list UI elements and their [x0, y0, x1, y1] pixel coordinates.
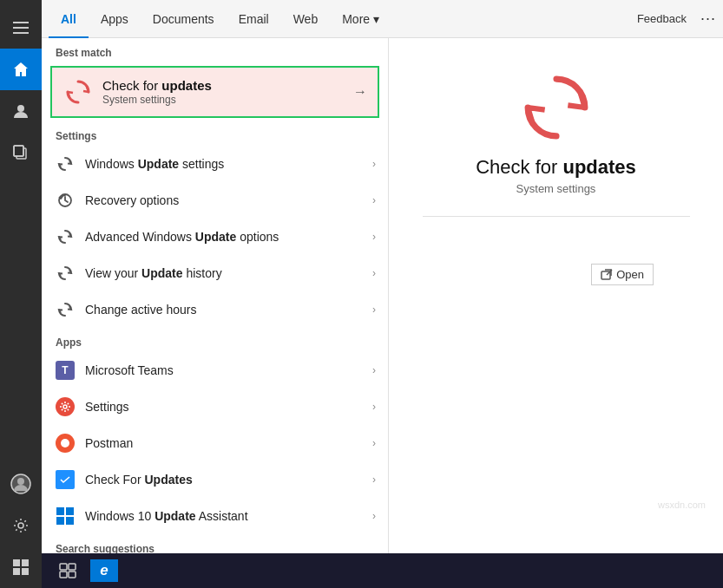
best-match-subtitle: System settings: [102, 94, 367, 106]
chevron-icon: ›: [372, 267, 376, 279]
settings-app-item-text: Settings: [76, 400, 372, 414]
svg-rect-13: [22, 568, 29, 575]
svg-rect-18: [66, 507, 74, 515]
suggestions-section-label: Search suggestions: [42, 534, 388, 553]
results-panel: Best match Check for updates System sett…: [42, 38, 723, 553]
tab-documents[interactable]: Documents: [141, 0, 227, 38]
chevron-icon: ›: [372, 194, 376, 206]
best-match-label: Best match: [42, 38, 388, 62]
svg-rect-20: [66, 517, 74, 525]
chevron-icon: ›: [372, 158, 376, 170]
sync-icon: [54, 153, 76, 175]
preview-divider: [423, 216, 690, 217]
chevron-icon: ›: [372, 474, 376, 486]
sidebar-copy-icon[interactable]: [0, 132, 42, 173]
taskbar-edge-icon[interactable]: e: [90, 559, 118, 582]
tab-all[interactable]: All: [49, 0, 89, 38]
sidebar-avatar-icon[interactable]: [0, 463, 42, 505]
sidebar-gear-icon[interactable]: [0, 505, 42, 546]
win10-item-text: Windows 10 Update Assistant: [76, 509, 372, 523]
tab-apps[interactable]: Apps: [89, 0, 141, 38]
history-icon: [54, 189, 76, 212]
settings-app-icon: [54, 395, 76, 418]
tabs-more-dots[interactable]: ···: [700, 10, 716, 28]
taskbar-switch-icon[interactable]: [56, 559, 80, 583]
sidebar-windows-icon[interactable]: [0, 546, 42, 588]
app-item-win10-assistant[interactable]: Windows 10 Update Assistant ›: [42, 498, 388, 534]
teams-app-icon: T: [54, 359, 76, 382]
best-match-title: Check for updates: [102, 78, 367, 93]
chevron-icon: ›: [372, 437, 376, 449]
settings-item-advanced[interactable]: Advanced Windows Update options ›: [42, 219, 388, 255]
svg-rect-2: [13, 32, 29, 34]
chevron-icon: ›: [372, 231, 376, 243]
taskbar: e: [42, 553, 723, 588]
apps-section-label: Apps: [42, 328, 388, 352]
active-hours-item-text: Change active hours: [76, 303, 372, 317]
win10-app-icon: [54, 505, 76, 527]
tab-web[interactable]: Web: [281, 0, 331, 38]
preview-subtitle: System settings: [516, 182, 596, 195]
advanced-item-text: Advanced Windows Update options: [76, 230, 372, 244]
svg-rect-29: [69, 572, 76, 578]
preview-title: Check for updates: [476, 156, 636, 179]
checkforupdates-item-text: Check For Updates: [76, 473, 372, 487]
checkforupdates-app-icon: [54, 468, 76, 491]
settings-item-history[interactable]: View your Update history ›: [42, 255, 388, 291]
chevron-icon: ›: [372, 510, 376, 522]
postman-app-icon: [54, 432, 76, 454]
svg-rect-28: [60, 572, 67, 578]
preview-panel: Check for updates System settings Open w…: [389, 38, 723, 553]
tab-email[interactable]: Email: [227, 0, 281, 38]
svg-rect-26: [60, 564, 67, 570]
app-item-settings[interactable]: Settings ›: [42, 389, 388, 425]
watermark: wsxdn.com: [658, 500, 706, 510]
feedback-button[interactable]: Feedback: [637, 12, 687, 25]
main-content: All Apps Documents Email Web More ▾ Feed…: [42, 0, 723, 588]
svg-point-15: [63, 405, 67, 408]
svg-rect-5: [14, 146, 23, 156]
tabs-bar: All Apps Documents Email Web More ▾ Feed…: [42, 0, 723, 38]
settings-section-label: Settings: [42, 121, 388, 146]
app-item-teams[interactable]: T Microsoft Teams ›: [42, 352, 388, 389]
svg-point-3: [17, 105, 24, 112]
svg-rect-17: [56, 507, 64, 515]
best-match-item[interactable]: Check for updates System settings →: [50, 66, 379, 118]
sync-icon: [54, 298, 76, 321]
recovery-item-text: Recovery options: [76, 193, 372, 207]
chevron-icon: ›: [372, 401, 376, 413]
svg-rect-1: [13, 27, 29, 29]
sidebar-menu-icon[interactable]: [0, 7, 42, 49]
open-button[interactable]: Open: [591, 264, 654, 285]
app-item-postman[interactable]: Postman ›: [42, 425, 388, 461]
best-match-text: Check for updates System settings: [94, 78, 367, 106]
svg-point-8: [17, 478, 24, 485]
svg-point-9: [18, 523, 23, 528]
svg-rect-19: [56, 517, 64, 525]
settings-item-recovery[interactable]: Recovery options ›: [42, 182, 388, 219]
svg-rect-0: [13, 22, 29, 23]
sidebar-person-icon[interactable]: [0, 90, 42, 132]
chevron-icon: ›: [372, 304, 376, 316]
best-match-arrow[interactable]: →: [343, 68, 378, 116]
sync-icon: [54, 225, 76, 248]
svg-rect-12: [13, 568, 20, 575]
settings-item-windows-update[interactable]: Windows Update settings ›: [42, 146, 388, 182]
sync-icon: [54, 262, 76, 284]
tab-more[interactable]: More ▾: [330, 0, 391, 38]
best-match-icon: [62, 76, 94, 108]
settings-item-active-hours[interactable]: Change active hours ›: [42, 291, 388, 328]
svg-rect-11: [22, 559, 29, 566]
svg-point-16: [61, 439, 69, 448]
svg-rect-27: [69, 564, 76, 570]
chevron-icon: ›: [372, 364, 376, 376]
settings-item-text: Windows Update settings: [76, 157, 372, 171]
open-label: Open: [616, 268, 644, 281]
results-list: Best match Check for updates System sett…: [42, 38, 389, 553]
svg-rect-10: [13, 559, 20, 566]
app-item-checkforupdates[interactable]: Check For Updates ›: [42, 461, 388, 498]
history-item-text: View your Update history: [76, 266, 372, 280]
sidebar-home-icon[interactable]: [0, 49, 42, 90]
postman-item-text: Postman: [76, 436, 372, 450]
tabs-right: Feedback ···: [637, 10, 716, 28]
